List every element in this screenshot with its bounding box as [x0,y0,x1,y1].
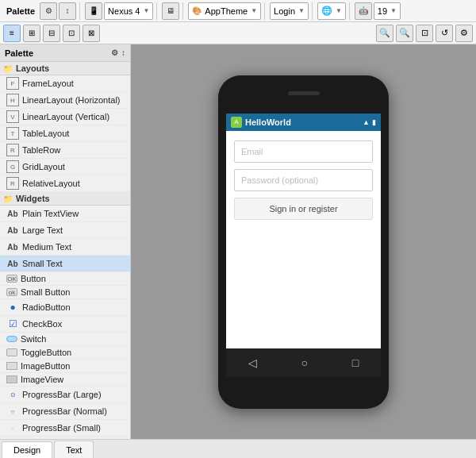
api-dropdown[interactable]: 19 ▼ [374,2,401,20]
top-toolbar: Palette ⚙ ↕ 📱 Nexus 4 ▼ 🖥 🎨 AppTheme ▼ L… [0,0,476,22]
api-group: 🤖 19 ▼ [355,2,404,20]
progressbar-large-icon: ⊙ [6,388,19,401]
linearlayout-v-icon: V [6,110,19,123]
phone-status-bar: A HelloWorld ▲ ▮ [226,114,381,131]
palette-item-tablerow[interactable]: R TableRow [0,142,130,159]
layout-list-btn[interactable]: ≡ [3,25,21,42]
tab-design[interactable]: Design [2,441,52,458]
palette-item-imageview[interactable]: ImageView [0,373,130,387]
palette-item-framelayout[interactable]: F FrameLayout [0,75,130,92]
progressbar-small-icon: · [6,421,19,434]
phone-password-input[interactable]: Password (optional) [234,169,373,191]
palette-settings-icon[interactable]: ⚙ [111,48,118,57]
palette-item-imagebutton[interactable]: ImageButton [0,360,130,373]
pin-btn[interactable]: ↕ [59,2,76,20]
layout-extra-btn[interactable]: ⊠ [83,25,100,42]
tablelayout-icon: T [6,127,19,140]
palette-item-relativelayout[interactable]: R RelativeLayout [0,175,130,192]
phone-screen: A HelloWorld ▲ ▮ Email Password (o [226,114,381,377]
folder-icon: 📁 [3,64,13,73]
login-arrow: ▼ [298,7,305,14]
palette-item-gridlayout[interactable]: G GridLayout [0,159,130,175]
checkbox-icon: ☑ [6,318,19,330]
small-button-icon: ok [6,288,17,296]
phone-app-title: HelloWorld [245,117,291,127]
palette-item-progressbar-large[interactable]: ⊙ ProgressBar (Large) [0,387,130,403]
progressbar-normal-icon: ○ [6,405,19,418]
large-text-icon: Ab [6,224,19,237]
nexus-arrow: ▼ [143,7,149,14]
category-widgets[interactable]: 📁 Widgets [0,192,130,206]
phone-email-input[interactable]: Email [234,140,373,163]
medium-text-icon: Ab [6,241,19,253]
layout-icon-btn[interactable]: 📱 [85,2,102,20]
plain-textview-icon: Ab [6,207,19,220]
battery-icon: ▮ [372,118,376,126]
gridlayout-icon: G [6,160,19,173]
tablerow-icon: R [6,144,19,156]
relativelayout-icon: R [6,177,19,190]
phone-speaker [288,91,320,95]
globe-dropdown[interactable]: 🌐 ▼ [317,2,346,20]
palette-item-button[interactable]: OK Button [0,272,130,286]
palette-body: 📁 Layouts F FrameLayout H LinearLayout (… [0,62,130,439]
palette-header-title: Palette [5,48,33,58]
button-icon: OK [6,275,17,283]
layout-grid-btn[interactable]: ⊞ [23,25,40,42]
toolbar-right-group: 🔍 🔍 ⊡ ↺ ⚙ [376,25,473,42]
phone-signin-button[interactable]: Sign in or register [234,198,373,220]
app-icon: A [231,117,242,128]
canvas-settings-btn[interactable]: ⚙ [455,25,473,42]
layout-group: 📱 Nexus 4 ▼ [85,2,157,20]
palette-item-small-text[interactable]: Ab Small Text [0,256,130,272]
phone-content: Email Password (optional) Sign in or reg… [226,131,381,348]
home-btn[interactable]: ○ [301,356,308,369]
zoom-out-btn[interactable]: 🔍 [396,25,413,42]
palette-item-progressbar-small[interactable]: · ProgressBar (Small) [0,420,130,437]
palette-item-small-button[interactable]: ok Small Button [0,286,130,299]
login-group: Login ▼ [270,2,313,20]
palette-item-linearlayout-v[interactable]: V LinearLayout (Vertical) [0,109,130,125]
palette-panel: Palette ⚙ ↕ 📁 Layouts F FrameLayout H Li… [0,44,131,439]
palette-item-linearlayout-h[interactable]: H LinearLayout (Horizontal) [0,92,130,109]
palette-item-togglebutton[interactable]: ToggleButton [0,346,130,360]
nexus-dropdown[interactable]: Nexus 4 ▼ [104,2,153,20]
palette-item-large-text[interactable]: Ab Large Text [0,222,130,239]
palette-item-tablelayout[interactable]: T TableLayout [0,125,130,142]
bottom-tabs: Design Text [0,439,476,458]
switch-icon [6,336,17,342]
palette-item-radiobutton[interactable]: ● RadioButton [0,299,130,316]
palette-title: Palette [3,6,38,16]
palette-item-plain-textview[interactable]: Ab Plain TextView [0,206,130,222]
back-btn[interactable]: ◁ [248,356,257,369]
palette-item-switch[interactable]: Switch [0,333,130,346]
category-layouts[interactable]: 📁 Layouts [0,62,130,75]
tab-text[interactable]: Text [54,441,94,458]
refresh-btn[interactable]: ↺ [436,25,453,42]
palette-item-checkbox[interactable]: ☑ CheckBox [0,316,130,333]
zoom-in-btn[interactable]: 🔍 [376,25,393,42]
layout-table-btn[interactable]: ⊟ [43,25,60,42]
imageview-icon [6,375,17,383]
palette-header: Palette ⚙ ↕ [0,44,130,62]
phone-mockup: A HelloWorld ▲ ▮ Email Password (o [218,75,389,409]
radiobutton-icon: ● [6,301,19,314]
palette-item-progressbar-normal[interactable]: ○ ProgressBar (Normal) [0,403,130,420]
fit-btn[interactable]: ⊡ [416,25,433,42]
palette-item-medium-text[interactable]: Ab Medium Text [0,239,130,256]
settings-btn[interactable]: ⚙ [40,2,57,20]
android-icon-btn[interactable]: 🤖 [355,2,372,20]
palette-toggle-icon[interactable]: ↕ [121,48,125,57]
layout-arrange-btn[interactable]: ⊡ [63,25,80,42]
framelayout-icon: F [6,77,19,90]
login-dropdown[interactable]: Login ▼ [270,2,309,20]
recents-btn[interactable]: □ [352,356,359,369]
theme-dropdown[interactable]: 🎨 AppTheme ▼ [188,2,261,20]
palette-header-icons: ⚙ ↕ [111,48,125,57]
phone-status-icons: ▲ ▮ [363,118,376,126]
wifi-icon: ▲ [363,118,370,126]
palette-label-group: Palette ⚙ ↕ [3,2,80,20]
main-area: Palette ⚙ ↕ 📁 Layouts F FrameLayout H Li… [0,44,476,439]
togglebutton-icon [6,348,17,356]
screen-icon-btn[interactable]: 🖥 [162,2,179,20]
